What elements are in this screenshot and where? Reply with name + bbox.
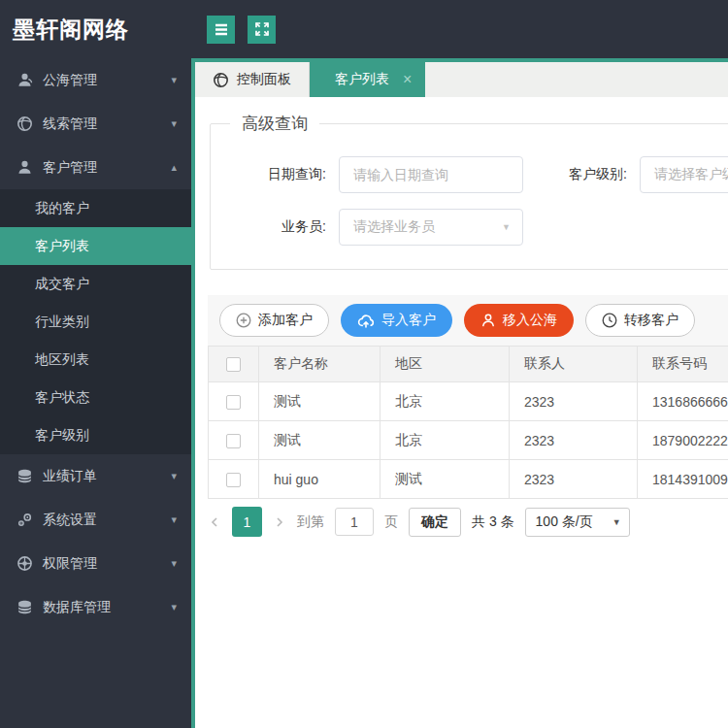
fullscreen-icon [254,21,270,37]
transfer-customer-button[interactable]: 转移客户 [585,304,695,337]
confirm-button[interactable]: 确定 [409,508,461,537]
tab-dashboard[interactable]: 控制面板 [195,62,310,97]
date-query-input[interactable] [339,156,523,193]
sidebar-item-orders[interactable]: 业绩订单 ▾ [0,454,191,498]
user-group-icon [17,72,33,88]
chevron-down-icon: ▼ [502,222,511,232]
select-placeholder: 请选择客户级别 [654,166,728,183]
cell-contact: 2323 [510,382,638,421]
cell-phone: 1879002222 [638,421,728,460]
sidebar-item-label: 客户管理 [43,159,171,177]
cloud-upload-icon [357,313,375,328]
prev-page-button[interactable] [208,515,221,529]
cell-name: 测试 [259,382,381,421]
tab-customer-list[interactable]: 客户列表 × [310,62,425,97]
add-customer-button[interactable]: 添加客户 [219,304,329,337]
plus-circle-icon [236,313,251,328]
advanced-query-panel: 高级查询 日期查询: 客户级别: 请选择客户级别 [210,113,728,270]
sidebar-item-label: 业绩订单 [43,468,171,485]
sidebar-subitem-region-list[interactable]: 地区列表 [0,341,191,379]
sidebar-item-label: 系统设置 [43,512,171,529]
button-label: 导入客户 [381,312,436,329]
clock-icon [602,313,617,328]
select-all-checkbox[interactable] [226,357,241,372]
person-icon [480,313,496,328]
close-icon[interactable]: × [403,72,412,87]
globe-icon [17,116,33,132]
move-to-public-sea-button[interactable]: 移入公海 [464,304,574,337]
tab-label: 客户列表 [335,71,389,88]
app-logo: 墨轩阁网络 [0,0,191,58]
row-checkbox[interactable] [226,395,241,410]
page-size-value: 100 条/页 [536,513,593,531]
chevron-down-icon: ▾ [171,74,177,86]
tab-bar: 控制面板 客户列表 × [195,58,728,97]
sidebar-item-label: 线索管理 [43,116,171,133]
sidebar-subitem-customer-level[interactable]: 客户级别 [0,416,191,454]
cell-contact: 2323 [510,460,638,499]
customer-level-label: 客户级别: [523,166,640,183]
chevron-down-icon: ▾ [171,601,177,613]
cell-name: hui guo [259,460,381,499]
button-label: 添加客户 [258,312,313,329]
sidebar-item-label: 公海管理 [43,72,171,89]
page-unit-label: 页 [384,513,398,531]
sidebar-item-clues[interactable]: 线索管理 ▾ [0,102,191,146]
hamburger-icon [214,22,229,37]
chevron-down-icon: ▼ [612,517,621,527]
salesman-select[interactable]: 请选择业务员 ▼ [339,209,523,246]
sidebar-item-label: 数据库管理 [43,599,171,616]
goto-page-label: 到第 [297,513,324,531]
button-label: 转移客户 [624,312,678,329]
sidebar-item-database[interactable]: 数据库管理 ▾ [0,585,191,629]
table-header-row: 客户名称 地区 联系人 联系号码 [209,347,728,382]
column-header-phone: 联系号码 [638,347,728,382]
sidebar-subitem-customer-list[interactable]: 客户列表 [0,227,191,265]
sidebar-item-permissions[interactable]: 权限管理 ▾ [0,542,191,585]
sidebar-subitem-industry-category[interactable]: 行业类别 [0,303,191,341]
fullscreen-button[interactable] [248,16,276,44]
tab-label: 控制面板 [237,71,291,88]
sidebar-item-customers[interactable]: 客户管理 ▴ [0,146,191,189]
topbar [191,0,728,58]
table-row: 测试 北京 2323 1879002222 [209,421,728,460]
sidebar-submenu-customers: 我的客户 客户列表 成交客户 行业类别 地区列表 客户状态 客户级别 [0,189,191,454]
wheel-icon [17,555,33,572]
total-count-label: 共 3 条 [472,513,514,531]
column-header-contact: 联系人 [510,347,638,382]
page-size-select[interactable]: 100 条/页 ▼ [525,508,630,537]
cell-region: 测试 [381,460,510,499]
sidebar-item-public-sea[interactable]: 公海管理 ▾ [0,58,191,102]
cell-region: 北京 [381,382,510,421]
query-legend: 高级查询 [230,113,319,135]
cell-phone: 1814391009 [638,460,728,499]
sidebar-subitem-customer-status[interactable]: 客户状态 [0,379,191,416]
customer-level-select[interactable]: 请选择客户级别 [640,156,728,193]
page-body: 高级查询 日期查询: 客户级别: 请选择客户级别 [195,97,728,728]
chevron-up-icon: ▴ [171,161,177,174]
cell-phone: 1316866666 [638,382,728,421]
gears-icon [17,512,33,528]
salesman-label: 业务员: [211,218,339,236]
customer-table: 客户名称 地区 联系人 联系号码 测试 北京 2323 1316866666 [208,346,728,499]
button-label: 移入公海 [503,312,557,329]
import-customer-button[interactable]: 导入客户 [341,304,452,337]
sidebar-item-settings[interactable]: 系统设置 ▾ [0,498,191,542]
sidebar-subitem-deal-customers[interactable]: 成交客户 [0,265,191,303]
cell-region: 北京 [381,421,510,460]
collapse-sidebar-button[interactable] [207,16,235,44]
cell-name: 测试 [259,421,381,460]
page-1-button[interactable]: 1 [232,507,262,537]
sidebar-subitem-my-customers[interactable]: 我的客户 [0,189,191,227]
goto-page-input[interactable] [335,508,374,536]
main-area: 控制面板 客户列表 × 高级查询 日期查询: [191,0,728,728]
next-page-button[interactable] [273,515,286,529]
user-icon [17,159,33,176]
row-checkbox[interactable] [226,434,241,448]
globe-icon [213,72,229,88]
table-toolbar: 添加客户 导入客户 移入公海 [208,295,728,346]
row-checkbox[interactable] [226,473,241,487]
cell-contact: 2323 [510,421,638,460]
table-row: hui guo 测试 2323 1814391009 [209,460,728,499]
chevron-down-icon: ▾ [171,557,177,570]
